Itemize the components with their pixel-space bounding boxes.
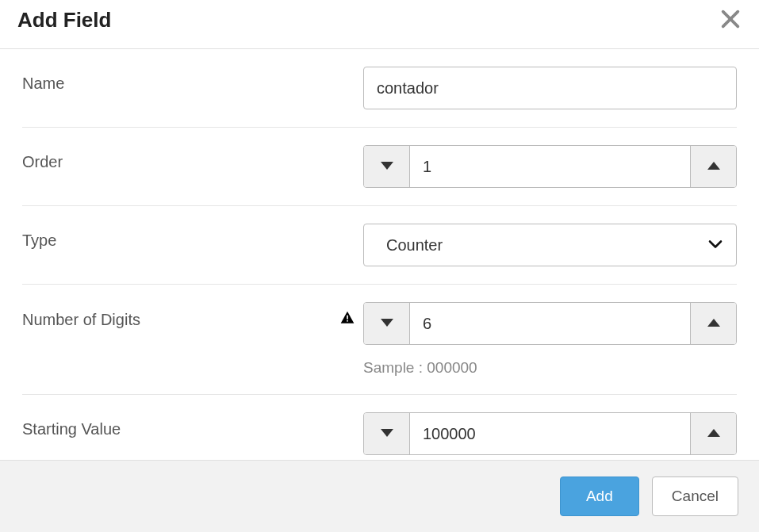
chevron-down-icon [381, 318, 393, 330]
svg-marker-8 [381, 429, 393, 437]
order-decrement-button[interactable] [364, 146, 410, 187]
order-increment-button[interactable] [690, 146, 736, 187]
label-type: Type [22, 224, 363, 250]
control-digits: Sample : 000000 [363, 302, 737, 377]
chevron-down-icon [381, 161, 393, 173]
dialog-header: Add Field [0, 0, 759, 49]
svg-rect-5 [347, 320, 348, 322]
svg-marker-7 [707, 319, 720, 327]
start-stepper [363, 412, 737, 455]
dialog-title: Add Field [17, 8, 111, 33]
digits-sample-text: Sample : 000000 [363, 359, 737, 377]
start-input[interactable] [410, 413, 690, 454]
control-order [363, 145, 737, 188]
warning-icon [339, 310, 355, 330]
close-icon [719, 21, 742, 33]
dialog-footer: Add Cancel [0, 460, 759, 532]
add-button[interactable]: Add [560, 477, 639, 516]
order-input[interactable] [410, 146, 690, 187]
digits-increment-button[interactable] [690, 303, 736, 344]
label-digits-text: Number of Digits [22, 311, 140, 329]
order-stepper [363, 145, 737, 188]
label-name: Name [22, 67, 363, 93]
chevron-up-icon [707, 161, 720, 173]
control-type: Counter [363, 224, 737, 266]
label-start: Starting Value [22, 412, 363, 438]
close-button[interactable] [719, 8, 742, 33]
chevron-up-icon [707, 318, 720, 330]
row-type: Type Counter [22, 206, 737, 285]
row-name: Name [22, 49, 737, 128]
svg-marker-2 [381, 162, 393, 170]
digits-decrement-button[interactable] [364, 303, 410, 344]
cancel-button[interactable]: Cancel [652, 477, 738, 516]
row-start: Starting Value [22, 395, 737, 460]
label-order: Order [22, 145, 363, 171]
label-digits: Number of Digits [22, 302, 363, 330]
svg-marker-3 [707, 162, 720, 170]
chevron-up-icon [707, 428, 720, 440]
svg-marker-6 [381, 319, 393, 327]
digits-stepper [363, 302, 737, 345]
svg-marker-9 [707, 429, 720, 437]
type-select-wrap: Counter [363, 224, 737, 266]
start-decrement-button[interactable] [364, 413, 410, 454]
dialog-body: Name Order [0, 49, 759, 460]
start-increment-button[interactable] [690, 413, 736, 454]
chevron-down-icon [381, 428, 393, 440]
digits-input[interactable] [410, 303, 690, 344]
type-select[interactable]: Counter [363, 224, 737, 266]
control-name [363, 67, 737, 109]
row-order: Order [22, 128, 737, 206]
svg-rect-4 [347, 316, 348, 320]
add-field-dialog: Add Field Name Order [0, 0, 759, 532]
name-input[interactable] [363, 67, 737, 109]
row-digits: Number of Digits [22, 285, 737, 395]
control-start [363, 412, 737, 455]
